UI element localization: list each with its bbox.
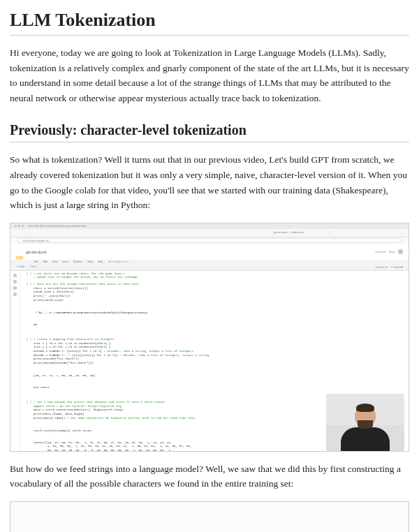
files-icon bbox=[13, 293, 17, 296]
add-code-button: + Code bbox=[16, 265, 24, 268]
menu-insert: Insert bbox=[62, 260, 68, 263]
avatar-icon bbox=[398, 249, 403, 254]
cell-run-marker: [ ] bbox=[24, 338, 31, 366]
code-cell: [ ] # create a mapping from characters t… bbox=[24, 338, 404, 398]
code-cell: [ ] # here are all the unique characters… bbox=[24, 283, 404, 335]
colab-body: [ ] # our pick; ere we become rakes: for… bbox=[10, 271, 409, 452]
menu-view: View bbox=[52, 260, 58, 263]
comment-button: Comment bbox=[375, 251, 385, 253]
output-line: 65 bbox=[34, 323, 404, 327]
address-bar-row: colab.research.google.com bbox=[10, 237, 409, 244]
section-heading-previously: Previously: character-level tokenization bbox=[10, 122, 409, 142]
presenter-head bbox=[355, 405, 376, 427]
section1-paragraph: So what is tokenization? Well it turns o… bbox=[10, 152, 409, 212]
menu-tools: Tools bbox=[87, 260, 93, 263]
colab-header-right: Comment Share bbox=[375, 249, 403, 254]
code-line: print(vocab_size) bbox=[34, 299, 404, 303]
code-line: print(decode(encode("hii there"))) bbox=[34, 362, 404, 366]
presenter-video-overlay bbox=[326, 394, 404, 451]
menu-help: Help bbox=[98, 260, 103, 263]
intro-paragraph: Hi everyone, today we are going to look … bbox=[10, 45, 409, 105]
page-title: LLM Tokenization bbox=[10, 10, 409, 36]
code-cell: [ ] # our pick; ere we become rakes: for… bbox=[24, 272, 404, 280]
colab-logo-icon bbox=[16, 250, 23, 254]
vars-icon bbox=[13, 286, 17, 290]
notebook-area: [ ] # our pick; ere we become rakes: for… bbox=[20, 271, 409, 452]
embedded-screenshot: Safari File Edit View History Bookmarks … bbox=[10, 223, 409, 452]
cell-run-marker: [ ] bbox=[24, 272, 31, 280]
menu-edit: Edit bbox=[43, 260, 47, 263]
search-icon bbox=[13, 280, 17, 283]
notebook-title: gpt-dev.ipynb bbox=[26, 250, 47, 254]
cell-output: !"$&',-.3:;?ABCDEFGHIJKLMNOPQRSTUVWXYZab… bbox=[34, 303, 404, 334]
save-status: All changes saved bbox=[108, 260, 128, 263]
paragraph-after-screenshot: But how do we feed strings into a langua… bbox=[10, 461, 409, 492]
presenter-torso bbox=[341, 427, 390, 451]
presenter-beard bbox=[358, 420, 373, 429]
colab-subtoolbar: + Code + Text Connect ▾ ✎ Colab AI bbox=[10, 264, 409, 271]
svg-point-0 bbox=[17, 256, 20, 259]
menu-runtime: Runtime bbox=[73, 260, 82, 263]
colab-left-gutter bbox=[10, 271, 20, 452]
browser-menu: Safari File Edit View History Bookmarks … bbox=[28, 225, 86, 228]
colab-ai-button: ✎ Colab AI bbox=[390, 265, 403, 269]
output-line: [46, 47, 47, 1, 58, 46, 43, 56, 43] bbox=[34, 374, 404, 378]
cell-run-marker: [ ] bbox=[24, 401, 31, 420]
window-controls bbox=[15, 225, 24, 227]
menu-file: File bbox=[34, 260, 38, 263]
add-text-button: + Text bbox=[29, 265, 36, 268]
colab-header: gpt-dev.ipynb Comment Share bbox=[10, 244, 409, 260]
code-line: # speak this in hunger for bread, not in… bbox=[34, 276, 404, 280]
svg-point-1 bbox=[20, 256, 23, 259]
code-block: # here are all the unique characters tha… bbox=[10, 501, 409, 532]
share-button: Share bbox=[389, 251, 395, 253]
output-line: !"$&',-.3:;?ABCDEFGHIJKLMNOPQRSTUVWXYZab… bbox=[34, 311, 404, 316]
toc-icon bbox=[13, 274, 17, 277]
address-bar: colab.research.google.com bbox=[17, 238, 402, 243]
browser-tab: gpt-dev.ipynb - Colaboratory bbox=[249, 231, 329, 234]
browser-toolbar: Safari File Edit View History Bookmarks … bbox=[10, 223, 409, 229]
cell-run-marker: [ ] bbox=[24, 283, 31, 302]
presenter-hair bbox=[356, 404, 374, 412]
connect-button: Connect ▾ bbox=[375, 265, 387, 269]
browser-tabbar: gpt-dev.ipynb - Colaboratory bbox=[10, 229, 409, 237]
output-line: hii there bbox=[34, 386, 404, 390]
